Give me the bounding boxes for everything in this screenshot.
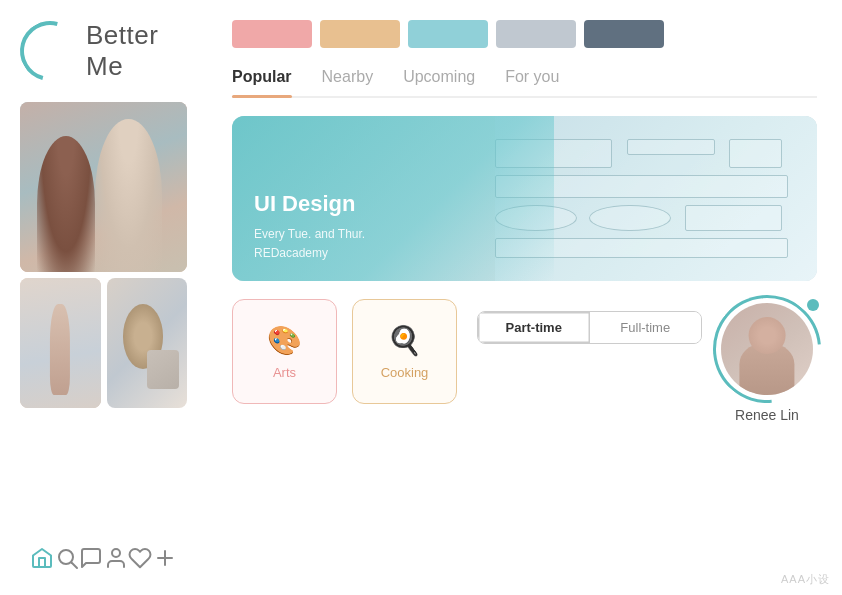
featured-title: UI Design xyxy=(254,191,532,217)
featured-subtitle-line2: REDacademy xyxy=(254,244,532,263)
tab-popular[interactable]: Popular xyxy=(232,68,292,96)
profile-nav-icon[interactable] xyxy=(104,546,128,570)
right-panel: Popular Nearby Upcoming For you xyxy=(207,0,842,595)
swatch-gray xyxy=(496,20,576,48)
featured-overlay: UI Design Every Tue. and Thur. REDacadem… xyxy=(232,116,554,281)
photo-grid xyxy=(20,102,187,531)
tab-bar: Popular Nearby Upcoming For you xyxy=(232,68,817,98)
bottom-row: 🎨 Arts 🍳 Cooking Part-time Full-time xyxy=(232,299,817,423)
swatch-peach xyxy=(320,20,400,48)
profile-photo xyxy=(721,303,813,395)
tab-upcoming[interactable]: Upcoming xyxy=(403,68,475,96)
toggle-part-time[interactable]: Part-time xyxy=(478,312,590,343)
featured-subtitle-line1: Every Tue. and Thur. xyxy=(254,225,532,244)
tab-for-you[interactable]: For you xyxy=(505,68,559,96)
toggle-full-time[interactable]: Full-time xyxy=(590,312,702,343)
arts-label: Arts xyxy=(273,365,296,380)
swatch-teal xyxy=(408,20,488,48)
profile-name: Renee Lin xyxy=(735,407,799,423)
profile-area: Renee Lin xyxy=(717,299,817,423)
color-swatches xyxy=(232,20,817,48)
add-nav-icon[interactable] xyxy=(153,546,177,570)
people-photo xyxy=(20,102,187,272)
category-cooking[interactable]: 🍳 Cooking xyxy=(352,299,457,404)
tab-nearby[interactable]: Nearby xyxy=(322,68,374,96)
featured-card[interactable]: UI Design Every Tue. and Thur. REDacadem… xyxy=(232,116,817,281)
app-container: Better Me xyxy=(0,0,842,595)
swatch-pink xyxy=(232,20,312,48)
category-arts[interactable]: 🎨 Arts xyxy=(232,299,337,404)
arts-icon: 🎨 xyxy=(267,324,302,357)
home-nav-icon[interactable] xyxy=(30,546,54,570)
svg-line-1 xyxy=(71,563,77,569)
cooking-icon: 🍳 xyxy=(387,324,422,357)
photo-bottom-row xyxy=(20,278,187,408)
profile-ring[interactable] xyxy=(717,299,817,399)
search-nav-icon[interactable] xyxy=(55,546,79,570)
photo-top xyxy=(20,102,187,272)
coffee-photo xyxy=(107,278,188,408)
chat-nav-icon[interactable] xyxy=(79,546,103,570)
ballerina-photo xyxy=(20,278,101,408)
favorite-nav-icon[interactable] xyxy=(128,546,152,570)
swatch-dark xyxy=(584,20,664,48)
logo-circle-icon xyxy=(9,10,91,92)
app-title: Better Me xyxy=(86,20,187,82)
watermark: AAA小设 xyxy=(781,572,830,587)
bottom-nav xyxy=(20,531,187,575)
left-panel: Better Me xyxy=(0,0,207,595)
logo-area: Better Me xyxy=(20,20,187,82)
cooking-label: Cooking xyxy=(381,365,429,380)
svg-point-2 xyxy=(112,549,120,557)
toggle-row: Part-time Full-time xyxy=(477,311,702,344)
profile-toggle-section: Part-time Full-time xyxy=(477,299,702,344)
